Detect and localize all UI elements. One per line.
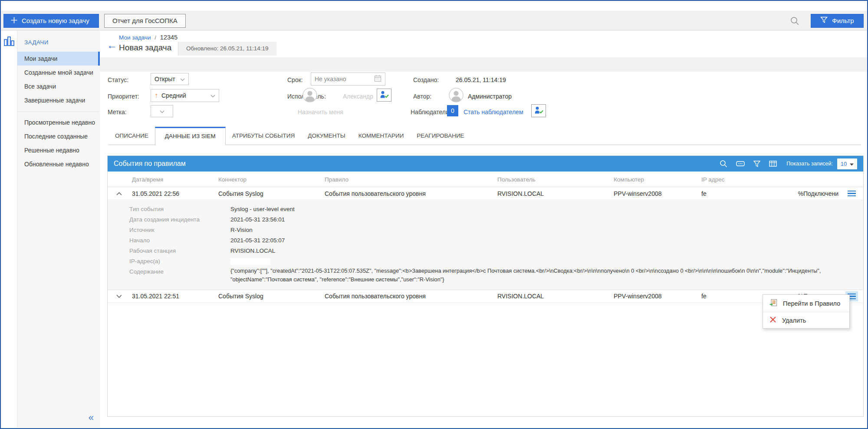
priority-select[interactable]: ↑ Средний [151,89,219,102]
gossopka-report-button[interactable]: Отчет для ГосСОПКА [104,14,186,28]
sidebar-divider [17,112,100,112]
detail-row: Рабочая станцияRVISION.LOCAL [108,246,863,256]
tag-label: Метка: [108,109,127,116]
watchers-count-badge[interactable]: 0 [447,105,458,116]
window-top-strip [1,1,867,11]
sidebar-item-recently-viewed[interactable]: Просмотренные недавно [17,116,100,129]
detail-row: ИсточникR-Vision [108,225,863,235]
assign-me-link[interactable]: Назначить меня [298,109,343,116]
show-records-value: 10 [841,161,847,167]
detail-key: IP-адрес(а) [129,256,230,267]
detail-key: Начало [129,235,230,246]
breadcrumb: Мои задачи / 12345 [119,34,178,41]
status-select[interactable]: Открыт [151,73,189,85]
tab-description[interactable]: ОПИСАНИЕ [108,127,155,145]
detail-row: Дата создания инцидента2021-05-31 23:56:… [108,214,863,225]
cell-computer: PPV-winserv2008 [614,293,701,300]
assign-user-button[interactable] [377,89,391,102]
sidebar-item-recently-created[interactable]: Последние созданные [17,129,100,143]
priority-label: Приоритет: [108,93,139,100]
detail-value: RVISION.LOCAL [230,246,863,256]
header-separator-band [100,57,867,72]
column-width-icon[interactable] [736,160,745,167]
column-header-computer[interactable]: Компьютер [614,176,701,183]
tab-comments[interactable]: КОММЕНТАРИИ [352,127,411,145]
deadline-value: Не указано [315,76,346,82]
breadcrumb-current: 12345 [160,34,178,41]
person-check-icon [380,90,389,100]
cell-user: RVISION.LOCAL [497,190,614,197]
detail-value-content: {"company":[""], "createdAt":"2021-05-31… [230,267,863,284]
rule-document-icon [769,299,777,308]
cell-datetime: 31.05.2021 22:56 [132,190,218,197]
detail-value: Syslog - user-level event [230,204,863,214]
breadcrumb-parent-link[interactable]: Мои задачи [119,34,151,41]
become-watcher-link[interactable]: Стать наблюдателем [464,109,523,116]
panel-search-icon[interactable] [720,160,727,168]
bar-chart-logo-icon[interactable] [3,36,15,428]
tab-documents[interactable]: ДОКУМЕНТЫ [301,127,352,145]
table-row[interactable]: 31.05.2021 22:51 События Syslog События … [108,290,863,303]
events-table-header: Дата/время Коннектор Правило Пользовател… [108,172,863,187]
context-menu-label: Удалить [782,317,806,324]
chevron-down-icon [210,92,215,99]
column-header-datetime[interactable]: Дата/время [132,176,218,183]
column-header-ip[interactable]: IP адрес [701,176,773,183]
priority-up-arrow-icon: ↑ [155,92,158,99]
detail-key: Дата создания инцидента [129,214,230,225]
column-header-user[interactable]: Пользователь [497,176,614,183]
create-task-label: Создать новую задачу [22,17,89,24]
add-watcher-button[interactable] [531,104,546,117]
caret-down-icon [850,161,854,167]
events-panel-actions [720,160,777,168]
context-menu-item-delete[interactable]: Удалить [763,312,849,328]
app-window: Создать новую задачу Отчет для ГосСОПКА … [0,0,868,429]
cell-datetime: 31.05.2021 22:51 [132,293,218,300]
chevron-up-icon[interactable] [116,192,132,195]
sidebar-item-all-tasks[interactable]: Все задачи [17,79,100,93]
tab-response[interactable]: РЕАГИРОВАНИЕ [410,127,470,145]
show-records-select[interactable]: 10 [837,158,857,169]
table-row[interactable]: 31.05.2021 22:56 События Syslog События … [108,187,863,200]
author-label: Автор: [413,93,431,100]
person-check-icon [534,106,543,116]
author-avatar [449,88,464,102]
search-icon[interactable] [790,16,799,26]
column-header-rule[interactable]: Правило [325,176,497,183]
detail-row: Начало2021-05-31 22:05:07 [108,235,863,246]
row-menu-icon[interactable] [845,188,858,199]
panel-filter-icon[interactable] [753,161,760,167]
cell-user: RVISION.LOCAL [497,293,614,300]
delete-x-icon [769,316,776,324]
tab-siem-data[interactable]: ДАННЫЕ ИЗ SIEM [155,127,226,145]
sidebar-item-recently-resolved[interactable]: Решенные недавно [17,143,100,157]
assignee-avatar[interactable] [302,88,317,102]
deadline-input[interactable]: Не указано [311,73,385,86]
created-value: 26.05.21, 11:14:19 [456,76,506,83]
back-arrow-icon[interactable]: ← [107,40,117,50]
context-menu-label: Перейти в Правило [783,300,840,307]
author-value: Администратор [468,93,512,100]
deadline-label: Срок: [287,76,303,83]
tag-select[interactable] [151,105,173,117]
sidebar-item-finished-tasks[interactable]: Завершенные задачи [17,93,100,107]
events-panel: События по правилам Показать записей: 10 [107,155,864,417]
sidebar-collapse-button[interactable]: « [89,413,94,422]
context-menu-item-goto-rule[interactable]: Перейти в Правило [763,295,849,312]
sidebar-item-created-by-me[interactable]: Созданные мной задачи [17,66,100,79]
calendar-icon [374,75,381,83]
show-records-label: Показать записей: [786,161,833,167]
table-columns-icon[interactable] [769,160,777,167]
sidebar-item-recently-updated[interactable]: Обновленные недавно [17,157,100,171]
chevron-down-icon[interactable] [116,294,132,298]
chevron-down-icon [160,108,164,115]
cell-rule: События пользовательского уровня [325,293,497,300]
sidebar-item-my-tasks[interactable]: Мои задачи [17,52,100,66]
filter-funnel-icon [820,16,828,25]
cell-computer: PPV-winserv2008 [614,190,701,197]
create-task-button[interactable]: Создать новую задачу [3,14,99,28]
chevron-down-icon [180,76,185,82]
column-header-connector[interactable]: Коннектор [218,176,325,183]
filter-button[interactable]: Фильтр [811,14,864,28]
tab-event-attributes[interactable]: АТРИБУТЫ СОБЫТИЯ [226,127,301,145]
